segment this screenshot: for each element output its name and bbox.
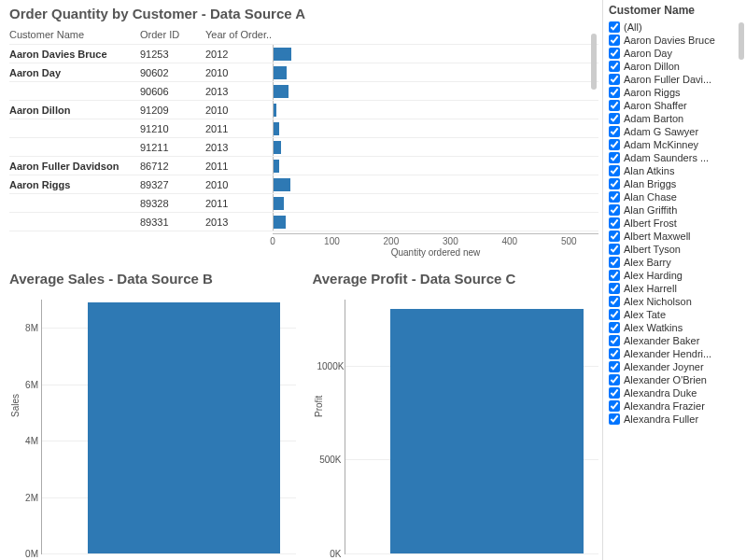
table-row[interactable]: Aaron Davies Bruce912532012 <box>9 45 598 63</box>
filter-checkbox[interactable] <box>609 113 620 124</box>
filter-item[interactable]: Alex Barry <box>609 256 744 269</box>
filter-checkbox[interactable] <box>609 191 620 203</box>
table-row[interactable]: 906062013 <box>9 82 598 101</box>
filter-item[interactable]: Aaron Shaffer <box>609 99 744 112</box>
filter-item[interactable]: Aaron Riggs <box>609 86 744 99</box>
bar <box>274 104 276 117</box>
cell-order: 91209 <box>140 105 205 116</box>
filter-checkbox[interactable] <box>609 204 620 216</box>
filter-checkbox[interactable] <box>609 309 620 320</box>
filter-checkbox[interactable] <box>609 413 620 425</box>
filter-item[interactable]: Adam Saunders ... <box>609 151 744 164</box>
filter-item[interactable]: Alan Atkins <box>609 164 744 177</box>
cell-customer: Aaron Riggs <box>9 179 140 190</box>
cell-year: 2013 <box>205 142 273 153</box>
filter-checkbox[interactable] <box>609 100 620 111</box>
filter-label: Albert Tyson <box>624 244 681 255</box>
filter-item[interactable]: Alexandra Frazier <box>609 399 744 413</box>
filter-checkbox[interactable] <box>609 244 620 255</box>
cell-bar <box>273 82 598 100</box>
filter-item[interactable]: Alexander Joyner <box>609 360 744 373</box>
filter-label: Alex Harrell <box>624 283 677 294</box>
filter-scrollbar[interactable] <box>739 22 744 60</box>
filter-item[interactable]: Alexander O'Brien <box>609 373 744 386</box>
filter-list[interactable]: (All)Aaron Davies BruceAaron DayAaron Di… <box>609 21 744 543</box>
filter-checkbox[interactable] <box>609 87 620 98</box>
filter-checkbox[interactable] <box>609 374 620 385</box>
profit-chart-area[interactable]: Profit 0K500K1000K <box>345 300 599 554</box>
filter-checkbox[interactable] <box>609 21 620 33</box>
filter-item[interactable]: Albert Maxwell <box>609 230 744 243</box>
filter-item[interactable]: Alex Harrell <box>609 282 744 295</box>
cell-bar <box>273 213 598 231</box>
filter-checkbox[interactable] <box>609 152 620 163</box>
filter-checkbox[interactable] <box>609 139 620 150</box>
filter-item[interactable]: Alex Watkins <box>609 321 744 334</box>
filter-item[interactable]: (All) <box>609 21 744 34</box>
order-quantity-panel: Order Quantity by Customer - Data Source… <box>9 6 598 258</box>
table-row[interactable]: 893312013 <box>9 213 598 231</box>
filter-item[interactable]: Alexander Baker <box>609 334 744 347</box>
filter-item[interactable]: Alexandra Duke <box>609 386 744 399</box>
table-row[interactable]: Aaron Day906022010 <box>9 63 598 82</box>
filter-checkbox[interactable] <box>609 270 620 281</box>
col-header-year: Year of Order.. <box>205 29 273 40</box>
cell-order: 86712 <box>140 161 205 172</box>
table-row[interactable]: Aaron Dillon912092010 <box>9 101 598 119</box>
filter-checkbox[interactable] <box>609 231 620 242</box>
sales-chart-area[interactable]: Sales 0M2M4M6M8M <box>41 300 296 554</box>
bottom-row: Average Sales - Data Source B Sales 0M2M… <box>9 271 598 554</box>
oq-body[interactable]: Aaron Davies Bruce912532012Aaron Day9060… <box>9 44 598 231</box>
filter-item[interactable]: Aaron Dillon <box>609 60 744 73</box>
filter-item[interactable]: Aaron Fuller Davi... <box>609 73 744 86</box>
filter-checkbox[interactable] <box>609 335 620 346</box>
table-row[interactable]: 912102011 <box>9 119 598 138</box>
cell-customer: Aaron Fuller Davidson <box>9 161 140 172</box>
filter-checkbox[interactable] <box>609 283 620 294</box>
filter-checkbox[interactable] <box>609 61 620 72</box>
ytick: 1000K <box>317 360 342 371</box>
filter-item[interactable]: Alan Briggs <box>609 177 744 190</box>
table-row[interactable]: Aaron Riggs893272010 <box>9 175 598 194</box>
filter-checkbox[interactable] <box>609 217 620 229</box>
filter-checkbox[interactable] <box>609 35 620 46</box>
table-row[interactable]: 893282011 <box>9 194 598 213</box>
filter-item[interactable]: Alan Chase <box>609 190 744 203</box>
xtick: 500 <box>561 236 577 246</box>
filter-checkbox[interactable] <box>609 74 620 85</box>
filter-checkbox[interactable] <box>609 361 620 372</box>
filter-item[interactable]: Alex Harding <box>609 269 744 282</box>
filter-checkbox[interactable] <box>609 178 620 189</box>
filter-checkbox[interactable] <box>609 400 620 412</box>
filter-item[interactable]: Aaron Day <box>609 47 744 60</box>
cell-year: 2012 <box>205 49 273 60</box>
table-row[interactable]: 912112013 <box>9 138 598 157</box>
filter-checkbox[interactable] <box>609 126 620 137</box>
filter-item[interactable]: Alan Griffith <box>609 203 744 217</box>
filter-checkbox[interactable] <box>609 322 620 333</box>
filter-item[interactable]: Aaron Davies Bruce <box>609 34 744 47</box>
filter-checkbox[interactable] <box>609 257 620 268</box>
filter-checkbox[interactable] <box>609 348 620 359</box>
filter-item[interactable]: Alex Tate <box>609 308 744 321</box>
filter-checkbox[interactable] <box>609 296 620 307</box>
ytick: 0M <box>14 549 38 559</box>
filter-item[interactable]: Albert Tyson <box>609 243 744 256</box>
table-row[interactable]: Aaron Fuller Davidson867122011 <box>9 157 598 175</box>
filter-item[interactable]: Albert Frost <box>609 217 744 230</box>
xtick: 400 <box>501 236 517 246</box>
filter-checkbox[interactable] <box>609 387 620 399</box>
filter-item[interactable]: Adam Barton <box>609 112 744 125</box>
filter-item[interactable]: Alexander Hendri... <box>609 347 744 360</box>
cell-bar <box>273 157 598 175</box>
filter-checkbox[interactable] <box>609 48 620 59</box>
filter-label: Alex Harding <box>624 270 683 281</box>
filter-item[interactable]: Alexandra Fuller <box>609 413 744 426</box>
filter-item[interactable]: Adam McKinney <box>609 138 744 151</box>
filter-item[interactable]: Alex Nicholson <box>609 295 744 308</box>
filter-item[interactable]: Adam G Sawyer <box>609 125 744 138</box>
filter-checkbox[interactable] <box>609 165 620 176</box>
filter-label: Alex Nicholson <box>624 296 692 307</box>
filter-label: Aaron Riggs <box>624 87 681 98</box>
oq-scrollbar[interactable] <box>591 34 597 90</box>
